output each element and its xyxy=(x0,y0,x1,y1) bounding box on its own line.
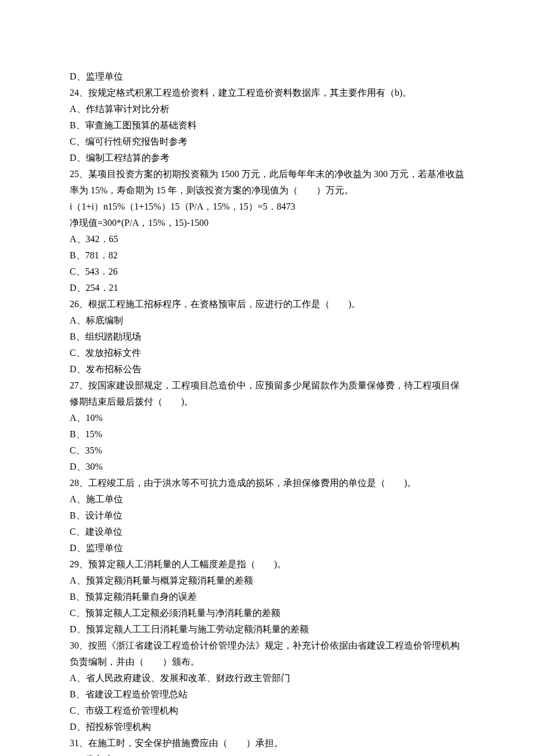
text-line: C、建设单位 xyxy=(70,524,464,540)
text-line: A、施工单位 xyxy=(70,491,464,507)
text-line: D、预算定额人工工日消耗量与施工劳动定额消耗量的差额 xyxy=(70,621,464,638)
text-line: C、市级工程造价管理机构 xyxy=(70,703,464,719)
text-line: A、省人民政府建设、发展和改革、财政行政主管部门 xyxy=(70,670,464,686)
text-line: A、发包人 xyxy=(70,751,464,756)
text-line: D、监理单位 xyxy=(70,540,464,556)
text-line: 24、按规定格式积累工程造价资料，建立工程造价资料数据库，其主要作用有（b)。 xyxy=(70,85,464,101)
text-line: A、预算定额消耗量与概算定额消耗量的差额 xyxy=(70,573,464,589)
text-line: D、254．21 xyxy=(70,280,464,296)
text-line: D、编制工程结算的参考 xyxy=(70,150,464,166)
text-line: B、781．82 xyxy=(70,247,464,264)
text-line: B、设计单位 xyxy=(70,507,464,524)
document-page: D、监理单位 24、按规定格式积累工程造价资料，建立工程造价资料数据库，其主要作… xyxy=(0,0,534,756)
text-line: C、543．26 xyxy=(70,264,464,280)
text-line: B、组织踏勘现场 xyxy=(70,329,464,345)
text-line: D、发布招标公告 xyxy=(70,361,464,377)
text-line: A、标底编制 xyxy=(70,312,464,329)
text-line: i（1+i）n15%（1+15%）15（P/A，15%，15）=5．8473 xyxy=(70,199,464,215)
text-line: D、监理单位 xyxy=(70,69,464,85)
text-line: 28、工程竣工后，由于洪水等不可抗力造成的损坏，承担保修费用的单位是（ )。 xyxy=(70,475,464,491)
text-line: C、发放招标文件 xyxy=(70,345,464,361)
text-line: 27、按国家建设部规定，工程项目总造价中，应预留多少尾留款作为质量保修费，待工程… xyxy=(70,377,464,410)
text-line: B、15% xyxy=(70,426,464,442)
text-line: A、作结算审计对比分析 xyxy=(70,101,464,117)
text-line: B、省建设工程造价管理总站 xyxy=(70,686,464,703)
text-line: A、342．65 xyxy=(70,231,464,247)
text-line: C、编可行性研究报告时参考 xyxy=(70,134,464,150)
text-line: 29、预算定额人工消耗量的人工幅度差是指（ )。 xyxy=(70,556,464,573)
text-line: B、预算定额消耗量自身的误差 xyxy=(70,589,464,605)
text-line: C、35% xyxy=(70,442,464,459)
text-line: 31、在施工时，安全保护措施费应由（ ）承担。 xyxy=(70,735,464,751)
text-line: 26、根据工程施工招标程序，在资格预审后，应进行的工作是（ )。 xyxy=(70,296,464,312)
text-line: 净现值=300*(P/A，15%，15)-1500 xyxy=(70,215,464,231)
text-line: D、招投标管理机构 xyxy=(70,719,464,735)
text-line: D、30% xyxy=(70,459,464,475)
text-line: 30、按照《浙江省建设工程造价计价管理办法》规定，补充计价依据由省建设工程造价管… xyxy=(70,638,464,670)
text-line: C、预算定额人工定额必须消耗量与净消耗量的差额 xyxy=(70,605,464,621)
text-line: B、审查施工图预算的基础资料 xyxy=(70,117,464,134)
text-line: A、10% xyxy=(70,410,464,426)
text-line: 25、某项目投资方案的初期投资额为 1500 万元，此后每年年末的净收益为 30… xyxy=(70,166,464,199)
